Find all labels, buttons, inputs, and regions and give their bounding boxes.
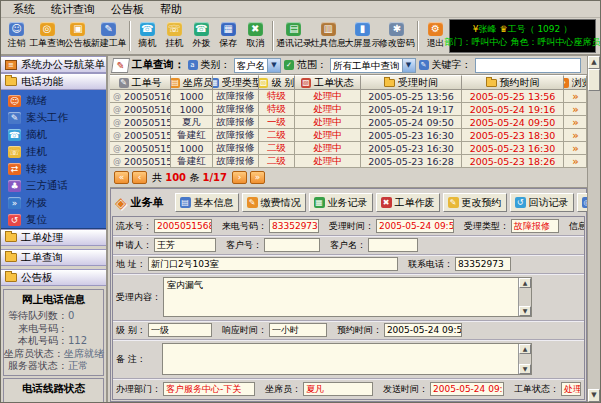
browse-hand-icon[interactable]: » (572, 104, 577, 115)
scrollbar-thumb[interactable] (588, 69, 600, 91)
sidebar-group-bulletin[interactable]: 公告板 (1, 269, 106, 286)
scroll-down-icon[interactable]: ▼ (519, 306, 531, 316)
workorder-status-field[interactable]: 处理中 (561, 382, 581, 396)
agent-field[interactable]: 夏凡 (303, 382, 373, 396)
sidebar-group-workorder-process[interactable]: 工单处理 (1, 229, 106, 246)
sidebar-group-workorder-query[interactable]: 工单查询 (1, 249, 106, 266)
dialout-button[interactable]: ☎外拨 (188, 19, 215, 53)
table-row[interactable]: @2005051640 1000 故障报修 特级 处理中 2005-05-24 … (110, 103, 587, 116)
comm-log-button[interactable]: ▤通讯记录 (277, 19, 311, 53)
offhook-button[interactable]: ☎摘机 (134, 19, 161, 53)
appoint-time-field[interactable]: 2005-05-24 09:50 (384, 323, 462, 337)
dept-field[interactable]: 客户服务中心-下关 (163, 382, 255, 396)
browse-hand-icon[interactable]: » (572, 130, 577, 141)
menu-system[interactable]: 系统 (5, 1, 43, 18)
prev-page-button[interactable]: ‹ (132, 171, 147, 184)
textarea-scrollbar[interactable]: ▲▼ (518, 344, 531, 374)
last-page-button[interactable]: » (250, 171, 265, 184)
change-appointment-button[interactable]: ✎更改预约 (443, 193, 507, 212)
accept-time-label: 受理时间： (329, 220, 374, 233)
sidebar-item-transfer[interactable]: ⇄转接 (1, 160, 106, 177)
save-button[interactable]: ▦保存 (215, 19, 242, 53)
sidebar-item-offhook[interactable]: ☎摘机 (1, 126, 106, 143)
cancel-button[interactable]: ✖取消 (242, 19, 269, 53)
column-header-browse[interactable]: »浏览 (564, 75, 587, 90)
sidebar-item-three-way-call[interactable]: ♣三方通话 (1, 177, 106, 194)
response-time-field[interactable]: 一小时 (269, 323, 327, 337)
column-header-id[interactable]: ✎工单号 (110, 75, 171, 90)
workorder-search-button[interactable]: ◎工单查询 (30, 19, 64, 53)
main-scrollbar[interactable]: ▲ ▼ (587, 56, 600, 402)
logout-button[interactable]: ☺注销 (3, 19, 30, 53)
first-page-button[interactable]: « (114, 171, 129, 184)
send-time-field[interactable]: 2005-05-24 09:55 (430, 382, 504, 396)
online-phone-info-panel: 网上电话信息 等待队列数：0 来电号码： 本机号码：112 坐席员状态：坐席就绪… (3, 289, 104, 376)
contact-field[interactable]: 83352973 (455, 257, 511, 271)
sidebar-item-ready[interactable]: ☺就绪 (1, 92, 106, 109)
hangup-button[interactable]: ☏挂机 (161, 19, 188, 53)
info-label: 坐席员状态： (4, 348, 64, 361)
payment-status-button[interactable]: ✎缴费情况 (242, 193, 306, 212)
table-row[interactable]: @2005051661 1000 故障报修 特级 处理中 2005-05-25 … (110, 90, 587, 103)
crown-icon: ♛ (499, 24, 507, 34)
browse-hand-icon[interactable]: » (572, 117, 577, 128)
customer-name-field[interactable] (368, 238, 418, 252)
menu-bulletin-board[interactable]: 公告板 (103, 1, 152, 18)
basic-info-button[interactable]: ▤基本信息 (175, 193, 239, 212)
column-header-accept-time[interactable]: 受理时间 (361, 75, 462, 90)
comm-log-icon: ▤ (286, 22, 301, 36)
scroll-up-icon[interactable]: ▲ (519, 344, 531, 354)
stove-info-button[interactable]: ▥灶具信息 (311, 19, 345, 53)
big-screen-button[interactable]: ▮大屏显示 (345, 19, 379, 53)
remark-row: 备 注： ▲▼ (113, 340, 584, 379)
sidebar-group-phone[interactable]: 电话功能 (1, 73, 106, 90)
cell-appoint-time: 2005-05-23 18:30 (462, 129, 564, 142)
scroll-down-icon[interactable]: ▼ (588, 389, 600, 402)
category-select[interactable]: 客户名▼ (234, 58, 282, 73)
browse-hand-icon[interactable]: » (572, 143, 577, 154)
column-header-agent[interactable]: ▤坐席员 (171, 75, 213, 90)
column-header-level[interactable]: ▧级 别 (259, 75, 295, 90)
chevron-down-icon[interactable]: ▼ (402, 59, 415, 72)
bulletin-button[interactable]: ▣公告板 (64, 19, 91, 53)
accept-type-field[interactable]: 故障报修 (511, 219, 559, 233)
save-icon: ▦ (221, 22, 236, 36)
scroll-up-icon[interactable]: ▲ (588, 56, 600, 69)
new-workorder-button[interactable]: ✎新建工单 (92, 19, 126, 53)
chevron-down-icon[interactable]: ▼ (267, 59, 280, 72)
sidebar-item-reset[interactable]: ↺复位 (1, 211, 106, 228)
browse-hand-icon[interactable]: » (572, 91, 577, 102)
next-page-button[interactable]: › (232, 171, 247, 184)
level-field[interactable]: 一级 (148, 323, 212, 337)
textarea-scrollbar[interactable]: ▲▼ (518, 278, 531, 316)
column-header-appoint-time[interactable]: 预约时间 (462, 75, 564, 90)
void-workorder-button[interactable]: ✖工单作废 (376, 193, 440, 212)
change-password-button[interactable]: ✱修改密码 (380, 19, 414, 53)
sidebar-item-hangup[interactable]: ☏挂机 (1, 143, 106, 160)
table-row[interactable]: @2005051538 鲁建红 故障报修 二级 处理中 2005-05-23 1… (110, 129, 587, 142)
table-row[interactable]: @2005051539 1000 故障报修 二级 处理中 2005-05-23 … (110, 142, 587, 155)
keyword-input[interactable] (475, 58, 581, 73)
column-header-status[interactable]: ▨工单状态 (295, 75, 361, 90)
sidebar-item-desk-work[interactable]: ✎案头工作 (1, 109, 106, 126)
column-header-type[interactable]: ▦受理类型 (213, 75, 259, 90)
menu-statistics-query[interactable]: 统计查询 (43, 1, 103, 18)
address-field[interactable]: 新门口2号103室 (148, 257, 398, 271)
scroll-up-icon[interactable]: ▲ (519, 278, 531, 288)
caller-field[interactable]: 83352973 (269, 219, 319, 233)
customer-no-field[interactable] (264, 238, 320, 252)
accept-content-textarea[interactable]: 室内漏气 ▲▼ (163, 277, 532, 317)
scope-select[interactable]: 所有工单中查询▼ (330, 58, 416, 73)
serial-field[interactable]: 2005051568 (154, 219, 212, 233)
browse-hand-icon[interactable]: » (572, 156, 577, 167)
table-row[interactable]: @2005051537 鲁建红 故障报修 二级 处理中 2005-05-23 1… (110, 155, 587, 168)
sidebar-item-dialout[interactable]: »外拨 (1, 194, 106, 211)
business-record-button[interactable]: ▦业务记录 (309, 193, 373, 212)
remark-textarea[interactable]: ▲▼ (162, 343, 532, 375)
callback-record-button[interactable]: ↺回访记录 (510, 193, 574, 212)
table-row[interactable]: @2005051568 夏凡 故障报修 一级 处理中 2005-05-24 09… (110, 116, 587, 129)
accept-time-field[interactable]: 2005-05-24 09:50 (376, 219, 454, 233)
applicant-field[interactable]: 王芳 (154, 238, 216, 252)
menu-help[interactable]: 帮助 (152, 1, 190, 18)
scroll-down-icon[interactable]: ▼ (519, 364, 531, 374)
